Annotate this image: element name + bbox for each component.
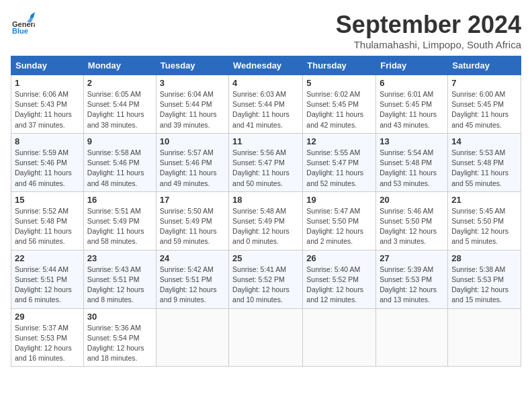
weekday-header-thursday: Thursday (303, 56, 376, 75)
day-number: 21 (451, 195, 517, 205)
calendar-week-row: 8Sunrise: 5:59 AMSunset: 5:46 PMDaylight… (11, 133, 521, 191)
day-number: 18 (232, 195, 299, 205)
day-info: Sunrise: 5:44 AMSunset: 5:51 PMDaylight:… (15, 265, 80, 306)
calendar-cell: 4Sunrise: 6:03 AMSunset: 5:44 PMDaylight… (229, 75, 303, 134)
day-number: 29 (15, 312, 80, 322)
calendar-cell: 9Sunrise: 5:58 AMSunset: 5:46 PMDaylight… (83, 133, 156, 191)
day-info: Sunrise: 6:00 AMSunset: 5:45 PMDaylight:… (451, 89, 517, 130)
day-number: 7 (451, 78, 517, 88)
month-title: September 2024 (336, 11, 521, 39)
calendar-cell: 28Sunrise: 5:38 AMSunset: 5:53 PMDayligh… (448, 250, 521, 308)
calendar-cell: 8Sunrise: 5:59 AMSunset: 5:46 PMDaylight… (11, 133, 84, 191)
day-info: Sunrise: 5:37 AMSunset: 5:53 PMDaylight:… (15, 323, 80, 364)
calendar-cell (448, 308, 521, 367)
day-info: Sunrise: 6:03 AMSunset: 5:44 PMDaylight:… (232, 89, 299, 130)
calendar-cell: 13Sunrise: 5:54 AMSunset: 5:48 PMDayligh… (376, 133, 448, 191)
day-info: Sunrise: 6:06 AMSunset: 5:43 PMDaylight:… (15, 89, 80, 130)
day-number: 4 (232, 78, 299, 88)
calendar-cell: 21Sunrise: 5:45 AMSunset: 5:50 PMDayligh… (448, 191, 521, 250)
logo: General Blue (11, 11, 35, 35)
calendar-cell: 1Sunrise: 6:06 AMSunset: 5:43 PMDaylight… (11, 75, 84, 134)
calendar-cell: 30Sunrise: 5:36 AMSunset: 5:54 PMDayligh… (83, 308, 156, 367)
day-info: Sunrise: 5:39 AMSunset: 5:53 PMDaylight:… (380, 265, 444, 306)
weekday-header-tuesday: Tuesday (156, 56, 228, 75)
day-number: 5 (306, 78, 372, 88)
day-info: Sunrise: 5:38 AMSunset: 5:53 PMDaylight:… (451, 265, 517, 306)
day-info: Sunrise: 5:42 AMSunset: 5:51 PMDaylight:… (160, 265, 225, 306)
calendar-cell (303, 308, 376, 367)
weekday-header-sunday: Sunday (11, 56, 84, 75)
day-info: Sunrise: 5:51 AMSunset: 5:49 PMDaylight:… (87, 206, 152, 247)
day-number: 26 (306, 253, 372, 263)
day-info: Sunrise: 6:01 AMSunset: 5:45 PMDaylight:… (380, 89, 444, 130)
day-info: Sunrise: 5:41 AMSunset: 5:52 PMDaylight:… (232, 265, 299, 306)
day-info: Sunrise: 5:48 AMSunset: 5:49 PMDaylight:… (232, 206, 299, 247)
logo-icon: General Blue (11, 11, 35, 35)
svg-text:Blue: Blue (12, 27, 28, 35)
day-number: 15 (15, 195, 80, 205)
day-info: Sunrise: 5:47 AMSunset: 5:50 PMDaylight:… (306, 206, 372, 247)
calendar-cell: 26Sunrise: 5:40 AMSunset: 5:52 PMDayligh… (303, 250, 376, 308)
calendar-cell: 18Sunrise: 5:48 AMSunset: 5:49 PMDayligh… (229, 191, 303, 250)
calendar-cell (229, 308, 303, 367)
day-number: 28 (451, 253, 517, 263)
title-section: September 2024 Thulamahashi, Limpopo, So… (336, 11, 521, 50)
day-info: Sunrise: 5:36 AMSunset: 5:54 PMDaylight:… (87, 323, 152, 364)
calendar-week-row: 29Sunrise: 5:37 AMSunset: 5:53 PMDayligh… (11, 308, 521, 367)
calendar-cell: 27Sunrise: 5:39 AMSunset: 5:53 PMDayligh… (376, 250, 448, 308)
weekday-header-saturday: Saturday (448, 56, 521, 75)
day-info: Sunrise: 5:56 AMSunset: 5:47 PMDaylight:… (232, 148, 299, 189)
page-header: General Blue September 2024 Thulamahashi… (11, 11, 521, 50)
day-info: Sunrise: 5:58 AMSunset: 5:46 PMDaylight:… (87, 148, 152, 189)
day-number: 22 (15, 253, 80, 263)
calendar-cell: 3Sunrise: 6:04 AMSunset: 5:44 PMDaylight… (156, 75, 228, 134)
day-number: 20 (380, 195, 444, 205)
calendar-table: SundayMondayTuesdayWednesdayThursdayFrid… (11, 56, 521, 367)
calendar-cell (156, 308, 228, 367)
day-number: 14 (451, 136, 517, 146)
day-number: 17 (160, 195, 225, 205)
day-info: Sunrise: 6:05 AMSunset: 5:44 PMDaylight:… (87, 89, 152, 130)
day-info: Sunrise: 5:46 AMSunset: 5:50 PMDaylight:… (380, 206, 444, 247)
calendar-cell: 15Sunrise: 5:52 AMSunset: 5:48 PMDayligh… (11, 191, 84, 250)
calendar-cell: 24Sunrise: 5:42 AMSunset: 5:51 PMDayligh… (156, 250, 228, 308)
day-info: Sunrise: 5:45 AMSunset: 5:50 PMDaylight:… (451, 206, 517, 247)
calendar-cell: 17Sunrise: 5:50 AMSunset: 5:49 PMDayligh… (156, 191, 228, 250)
weekday-header-friday: Friday (376, 56, 448, 75)
day-info: Sunrise: 5:57 AMSunset: 5:46 PMDaylight:… (160, 148, 225, 189)
day-info: Sunrise: 5:59 AMSunset: 5:46 PMDaylight:… (15, 148, 80, 189)
calendar-cell: 5Sunrise: 6:02 AMSunset: 5:45 PMDaylight… (303, 75, 376, 134)
day-number: 11 (232, 136, 299, 146)
weekday-header-monday: Monday (83, 56, 156, 75)
day-number: 1 (15, 78, 80, 88)
day-info: Sunrise: 5:53 AMSunset: 5:48 PMDaylight:… (451, 148, 517, 189)
weekday-header-wednesday: Wednesday (229, 56, 303, 75)
day-number: 13 (380, 136, 444, 146)
calendar-cell: 20Sunrise: 5:46 AMSunset: 5:50 PMDayligh… (376, 191, 448, 250)
day-number: 8 (15, 136, 80, 146)
day-number: 3 (160, 78, 225, 88)
calendar-cell: 11Sunrise: 5:56 AMSunset: 5:47 PMDayligh… (229, 133, 303, 191)
calendar-week-row: 1Sunrise: 6:06 AMSunset: 5:43 PMDaylight… (11, 75, 521, 134)
calendar-cell: 29Sunrise: 5:37 AMSunset: 5:53 PMDayligh… (11, 308, 84, 367)
day-number: 30 (87, 312, 152, 322)
day-info: Sunrise: 6:02 AMSunset: 5:45 PMDaylight:… (306, 89, 372, 130)
calendar-header-row: SundayMondayTuesdayWednesdayThursdayFrid… (11, 56, 521, 75)
day-number: 6 (380, 78, 444, 88)
day-number: 2 (87, 78, 152, 88)
day-info: Sunrise: 5:54 AMSunset: 5:48 PMDaylight:… (380, 148, 444, 189)
calendar-cell: 12Sunrise: 5:55 AMSunset: 5:47 PMDayligh… (303, 133, 376, 191)
calendar-cell: 16Sunrise: 5:51 AMSunset: 5:49 PMDayligh… (83, 191, 156, 250)
calendar-cell: 22Sunrise: 5:44 AMSunset: 5:51 PMDayligh… (11, 250, 84, 308)
day-info: Sunrise: 6:04 AMSunset: 5:44 PMDaylight:… (160, 89, 225, 130)
calendar-cell (376, 308, 448, 367)
calendar-cell: 14Sunrise: 5:53 AMSunset: 5:48 PMDayligh… (448, 133, 521, 191)
svg-marker-2 (30, 12, 35, 19)
calendar-cell: 25Sunrise: 5:41 AMSunset: 5:52 PMDayligh… (229, 250, 303, 308)
day-info: Sunrise: 5:55 AMSunset: 5:47 PMDaylight:… (306, 148, 372, 189)
calendar-cell: 7Sunrise: 6:00 AMSunset: 5:45 PMDaylight… (448, 75, 521, 134)
calendar-cell: 23Sunrise: 5:43 AMSunset: 5:51 PMDayligh… (83, 250, 156, 308)
day-number: 9 (87, 136, 152, 146)
location: Thulamahashi, Limpopo, South Africa (336, 39, 521, 50)
day-number: 16 (87, 195, 152, 205)
